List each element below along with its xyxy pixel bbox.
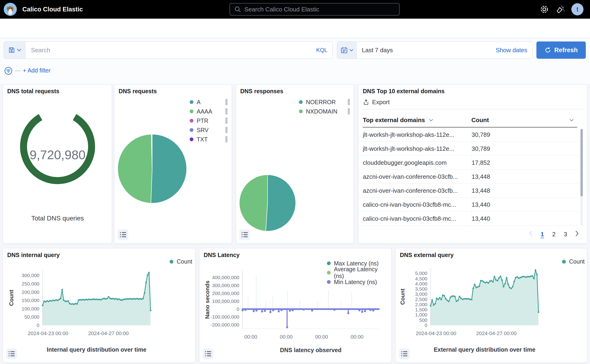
svg-text:100,000,000: 100,000,000 xyxy=(212,299,239,304)
prev-page-icon[interactable] xyxy=(526,229,535,239)
chevron-down-icon xyxy=(17,49,21,52)
table-row[interactable]: jlt-worksh-jlt-workshop-aks-112e... 30,7… xyxy=(359,142,579,156)
svg-text:00:00: 00:00 xyxy=(280,334,293,340)
svg-text:0: 0 xyxy=(37,323,39,328)
kql-button[interactable]: KQL xyxy=(316,47,327,53)
saved-query-menu[interactable] xyxy=(4,42,26,58)
svg-text:3,000: 3,000 xyxy=(415,291,427,297)
legend-label: NOERROR xyxy=(306,99,345,105)
svg-text:0: 0 xyxy=(237,306,239,312)
svg-text:2024-04-23 00:00: 2024-04-23 00:00 xyxy=(416,331,456,336)
legend-options-icon[interactable] xyxy=(348,108,350,114)
table-row[interactable]: clouddebugger.googleapis.com 17,852 xyxy=(359,156,579,170)
count-cell: 17,852 xyxy=(472,159,490,166)
count-cell: 13,448 xyxy=(472,173,490,180)
domain-cell: jlt-worksh-jlt-workshop-aks-112e... xyxy=(363,128,465,142)
legend-toggle-button[interactable] xyxy=(399,348,410,359)
table-row[interactable]: azcni-over-ivan-conference-03cfb... 13,4… xyxy=(359,170,579,184)
legend-item-srv[interactable]: SRV xyxy=(190,125,227,135)
sort-chevron-icon xyxy=(569,119,574,121)
date-quick-menu[interactable] xyxy=(337,42,357,58)
help-icon[interactable] xyxy=(540,5,549,13)
svg-text:2,000: 2,000 xyxy=(415,302,427,307)
table-row[interactable]: jlt-worksh-jlt-workshop-aks-112e... 30,7… xyxy=(359,128,579,142)
legend-toggle-button[interactable] xyxy=(203,348,214,359)
app-title: Calico Cloud Elastic xyxy=(22,0,83,19)
legend-options-icon[interactable] xyxy=(226,108,227,114)
legend-toggle-button[interactable] xyxy=(239,229,250,240)
svg-text:2,500: 2,500 xyxy=(415,297,427,302)
search-icon xyxy=(234,6,241,13)
svg-text:50,000: 50,000 xyxy=(25,314,39,319)
domain-cell: azcni-over-ivan-conference-03cfb... xyxy=(363,170,465,184)
global-search-input[interactable]: Search Calico Cloud Elastic xyxy=(229,3,400,16)
page-button-3[interactable]: 3 xyxy=(561,229,570,239)
svg-text:400,000,000: 400,000,000 xyxy=(212,275,239,280)
legend-item-ptr[interactable]: PTR xyxy=(190,116,227,125)
legend-item-txt[interactable]: TXT xyxy=(190,135,227,144)
page-button-2[interactable]: 2 xyxy=(549,229,558,239)
table-row[interactable]: azcni-over-ivan-conference-03cfb... 13,4… xyxy=(359,184,579,198)
legend-toggle-button[interactable] xyxy=(118,229,128,240)
column-header-domains[interactable]: Top external domains xyxy=(363,113,433,127)
legend-label: TXT xyxy=(197,136,222,143)
legend-label: NXDOMAIN xyxy=(306,108,345,115)
svg-text:150,000: 150,000 xyxy=(22,298,39,303)
legend-options-icon[interactable] xyxy=(226,136,227,142)
svg-text:-200,000,000: -200,000,000 xyxy=(210,322,239,327)
news-icon[interactable] xyxy=(557,5,565,13)
calico-logo[interactable] xyxy=(4,3,17,16)
date-picker[interactable]: Last 7 days Show dates xyxy=(337,41,533,59)
legend-options-icon[interactable] xyxy=(226,127,227,133)
total-requests-value: 9,720,980 xyxy=(3,148,112,162)
kql-search-bar[interactable]: Search KQL xyxy=(4,41,333,59)
legend-options-icon[interactable] xyxy=(226,99,227,105)
panel-dns-requests: DNS requests A AAAA PTR SRV xyxy=(114,84,232,244)
legend-options-icon[interactable] xyxy=(226,118,227,124)
domain-cell: clouddebugger.googleapis.com xyxy=(363,156,465,170)
panel-dns-latency: DNS Latency Max Latency (ns) Average Lat… xyxy=(199,248,391,363)
table-row[interactable]: calico-cni-ivan-byocni-03cfb8-mc... 13,4… xyxy=(359,212,579,226)
list-icon xyxy=(241,232,248,238)
list-icon xyxy=(205,351,211,357)
time-range-value[interactable]: Last 7 days xyxy=(362,47,496,54)
table-scrollbar xyxy=(580,129,583,226)
add-filter-button[interactable]: + Add filter xyxy=(23,67,51,74)
page-button-1[interactable]: 1 xyxy=(538,229,547,239)
table-scrollbar-thumb[interactable] xyxy=(580,129,583,196)
legend-label: SRV xyxy=(197,127,222,134)
legend-options-icon[interactable] xyxy=(348,99,350,105)
export-button[interactable]: Export xyxy=(363,98,390,106)
svg-text:2024-04-27 00:00: 2024-04-27 00:00 xyxy=(476,331,517,336)
user-avatar[interactable]: t xyxy=(571,3,584,15)
filter-divider xyxy=(15,70,20,71)
requests-legend: A AAAA PTR SRV TXT xyxy=(190,98,227,144)
gauge-caption: Total DNS queries xyxy=(3,215,112,222)
legend-item-noerror[interactable]: NOERROR xyxy=(299,98,350,107)
svg-text:2024-04-23 00:00: 2024-04-23 00:00 xyxy=(28,331,68,336)
svg-text:200,000: 200,000 xyxy=(22,289,39,295)
global-header: Calico Cloud Elastic Search Calico Cloud… xyxy=(0,0,590,19)
panel-dns-internal-query: DNS internal query Count Count 050,00010… xyxy=(3,248,195,363)
legend-toggle-button[interactable] xyxy=(6,348,17,359)
legend-item-a[interactable]: A xyxy=(190,98,227,107)
legend-dot xyxy=(190,128,193,132)
refresh-button[interactable]: Refresh xyxy=(536,41,586,59)
column-header-count[interactable]: Count xyxy=(471,113,574,127)
svg-text:500: 500 xyxy=(419,317,427,323)
table-row[interactable]: calico-cni-ivan-byocni-03cfb8-mc... 13,4… xyxy=(359,198,579,212)
list-icon xyxy=(401,351,408,357)
filter-icon[interactable] xyxy=(4,67,13,75)
count-cell: 13,440 xyxy=(472,201,490,208)
internal-query-chart: 050,000100,000150,000200,000250,000300,0… xyxy=(3,248,195,363)
x-axis-title: Internal query distribution over time xyxy=(43,346,150,353)
refresh-icon xyxy=(545,47,551,53)
show-dates-button[interactable]: Show dates xyxy=(496,47,527,54)
table-header-border xyxy=(363,127,577,127)
legend-item-aaaa[interactable]: AAAA xyxy=(190,107,227,116)
next-page-icon[interactable] xyxy=(572,229,582,239)
refresh-label: Refresh xyxy=(554,47,578,54)
x-axis-title: External query distribution over time xyxy=(431,346,538,353)
legend-item-nxdomain[interactable]: NXDOMAIN xyxy=(299,107,350,116)
svg-text:250,000: 250,000 xyxy=(22,281,39,286)
